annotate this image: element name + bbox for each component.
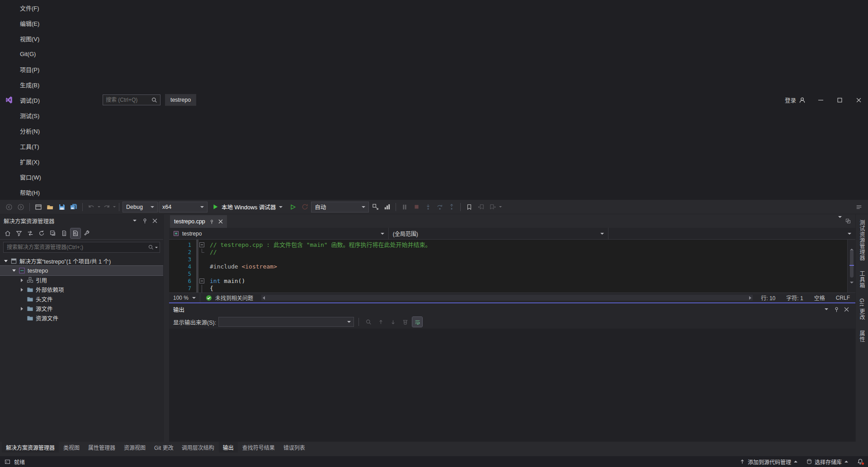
tool-window-tab[interactable]: 错误列表	[279, 442, 309, 453]
spaces-indicator[interactable]: 空格	[809, 294, 830, 302]
select-repository-button[interactable]: 选择存储库	[807, 458, 848, 466]
minimize-button[interactable]	[811, 92, 830, 108]
toggle-bookmark-icon[interactable]	[464, 202, 475, 212]
code-line[interactable]: 2//	[169, 249, 847, 256]
notifications-bell-icon[interactable]	[857, 458, 863, 465]
sign-in-button[interactable]: 登录	[779, 0, 811, 200]
step-out-icon[interactable]	[446, 202, 457, 212]
menu-item[interactable]: 窗口(W)	[16, 169, 45, 184]
menu-item[interactable]: 项目(P)	[16, 61, 45, 77]
code-line[interactable]: 5	[169, 270, 847, 278]
autohide-tab[interactable]: 工具箱	[858, 271, 866, 288]
sync-with-active-document-icon[interactable]	[25, 228, 35, 238]
preview-selected-items-icon[interactable]	[71, 228, 80, 238]
attach-to-process-icon[interactable]	[370, 202, 381, 212]
fold-collapse-icon[interactable]	[199, 242, 204, 247]
scroll-right-icon[interactable]	[749, 296, 751, 300]
new-project-icon[interactable]	[33, 202, 44, 212]
document-health-indicator[interactable]: 未找到相关问题	[200, 294, 259, 302]
output-content[interactable]	[169, 329, 855, 442]
close-button[interactable]	[849, 92, 868, 108]
chevron-down-icon[interactable]	[130, 216, 140, 226]
column-indicator[interactable]: 字符: 1	[781, 294, 808, 302]
add-to-source-control-button[interactable]: 添加到源代码管理	[740, 458, 797, 466]
autohide-tab[interactable]: Git 更改	[858, 298, 866, 321]
folding-margin[interactable]	[198, 278, 206, 285]
tree-expander-icon[interactable]	[2, 260, 9, 262]
undo-menu-caret[interactable]	[98, 206, 100, 208]
home-icon[interactable]	[3, 228, 13, 238]
solution-explorer-header[interactable]: 解决方案资源管理器	[0, 214, 163, 227]
menu-item[interactable]: 扩展(X)	[16, 154, 45, 169]
tree-item[interactable]: 头文件	[0, 294, 163, 304]
menu-item[interactable]: 分析(N)	[16, 123, 45, 138]
close-tab-icon[interactable]	[218, 219, 223, 224]
properties-icon[interactable]	[82, 228, 92, 238]
document-tab[interactable]: testrepo.cpp	[170, 215, 227, 228]
navigate-back-icon[interactable]	[4, 202, 14, 212]
code-line[interactable]: 3	[169, 256, 847, 263]
menu-item[interactable]: 生成(B)	[16, 77, 45, 92]
project-scope-combo[interactable]: testrepo	[169, 228, 389, 239]
show-all-files-icon[interactable]	[59, 228, 69, 238]
tree-expander-icon[interactable]	[18, 307, 26, 311]
undo-icon[interactable]	[86, 202, 97, 212]
pin-icon[interactable]	[831, 304, 841, 314]
stop-debugging-icon[interactable]	[411, 202, 422, 212]
start-debugging-button[interactable]: 本地 Windows 调试器	[208, 201, 287, 213]
start-without-debugging-icon[interactable]	[288, 202, 298, 212]
toolbar-options-icon[interactable]	[854, 202, 864, 212]
line-indicator[interactable]: 行: 10	[755, 294, 781, 302]
active-files-list-icon[interactable]	[838, 218, 842, 225]
autohide-tab[interactable]: 属性	[858, 330, 866, 342]
search-options-caret[interactable]	[155, 247, 158, 248]
fold-collapse-icon[interactable]	[199, 278, 204, 283]
bookmark-menu-caret[interactable]	[499, 206, 502, 208]
debug-target-combo[interactable]: 自动	[311, 202, 369, 212]
code-line[interactable]: 7{	[169, 285, 847, 292]
vertical-scrollbar[interactable]	[847, 240, 855, 292]
scroll-up-icon[interactable]	[850, 241, 854, 250]
tree-item[interactable]: 源文件	[0, 304, 163, 313]
scroll-left-icon[interactable]	[263, 296, 265, 300]
hot-reload-icon[interactable]	[299, 202, 310, 212]
line-ending-indicator[interactable]: CRLF	[830, 295, 855, 301]
step-over-icon[interactable]	[434, 202, 445, 212]
step-into-icon[interactable]	[423, 202, 434, 212]
code-line[interactable]: 4#include <iostream>	[169, 263, 847, 270]
solution-name-badge[interactable]: testrepo	[165, 94, 196, 106]
save-all-icon[interactable]	[68, 202, 79, 212]
menu-item[interactable]: 帮助(H)	[16, 184, 45, 200]
pin-tab-icon[interactable]	[209, 219, 214, 224]
menu-item[interactable]: 视图(V)	[16, 31, 45, 46]
tool-window-tab[interactable]: 查找符号结果	[238, 442, 279, 453]
member-scope-combo[interactable]	[609, 228, 856, 239]
scrollbar-track[interactable]	[849, 250, 854, 282]
close-icon[interactable]	[841, 304, 851, 314]
solution-platform-combo[interactable]: x64	[159, 202, 208, 212]
background-tasks-icon[interactable]	[5, 459, 10, 465]
filter-icon[interactable]	[14, 228, 24, 238]
redo-menu-caret[interactable]	[113, 206, 116, 208]
horizontal-scrollbar[interactable]	[261, 295, 753, 301]
quick-search-input[interactable]	[106, 97, 149, 103]
folding-margin[interactable]	[198, 241, 206, 249]
menu-item[interactable]: 测试(S)	[16, 108, 45, 123]
window-options-icon[interactable]	[845, 218, 851, 224]
tool-window-tab[interactable]: 类视图	[59, 442, 84, 453]
solution-explorer-search[interactable]	[3, 242, 160, 253]
collapse-all-icon[interactable]	[48, 228, 58, 238]
autohide-tab[interactable]: 测试资源管理器	[858, 220, 866, 261]
open-file-icon[interactable]	[45, 202, 56, 212]
menu-item[interactable]: 编辑(E)	[16, 15, 45, 31]
output-source-combo[interactable]	[218, 317, 354, 327]
menu-item[interactable]: 工具(T)	[16, 138, 45, 154]
performance-profiler-icon[interactable]	[382, 202, 392, 212]
close-icon[interactable]	[150, 216, 160, 226]
tool-window-tab[interactable]: 属性管理器	[84, 442, 119, 453]
refresh-icon[interactable]	[37, 228, 47, 238]
tree-item[interactable]: 解决方案“testrepo”(1 个项目/共 1 个)	[0, 256, 163, 266]
tree-item[interactable]: 外部依赖项	[0, 285, 163, 294]
toggle-word-wrap-icon[interactable]	[412, 317, 422, 327]
sidebar-splitter[interactable]	[164, 214, 169, 442]
